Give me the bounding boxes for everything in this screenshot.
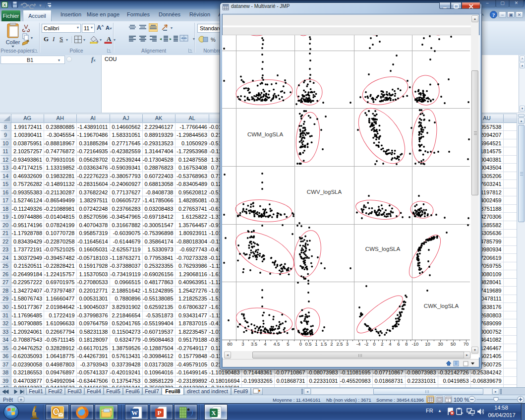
svg-text:36: 36 xyxy=(2,353,8,359)
svg-text:20: 20 xyxy=(2,222,8,228)
svg-text:29: 29 xyxy=(2,296,8,301)
svg-text:0.27717645: 0.27717645 xyxy=(112,140,140,146)
svg-text:-1.20924061: -1.20924061 xyxy=(11,329,42,335)
svg-text:0.71448361: 0.71448361 xyxy=(243,369,272,375)
svg-text:2.18851642: 2.18851642 xyxy=(112,288,140,294)
svg-text:0.32828912: 0.32828912 xyxy=(46,345,74,351)
svg-text:-0.07710867: -0.07710867 xyxy=(275,369,305,375)
svg-text:▾: ▾ xyxy=(39,3,42,8)
svg-text:0.13754753: 0.13754753 xyxy=(112,378,140,384)
svg-text:3.5: 3.5 xyxy=(251,341,257,347)
svg-text:-0.05741337: -0.05741337 xyxy=(77,369,108,375)
svg-text:1.5330973: 1.5330973 xyxy=(148,246,174,252)
svg-text:-0.34547965: -0.34547965 xyxy=(110,214,141,220)
svg-text:-0.11249326: -0.11249326 xyxy=(12,206,42,212)
svg-text:0.67806327: 0.67806327 xyxy=(178,304,207,310)
svg-text:39: 39 xyxy=(2,378,8,384)
svg-text:-0.69026156: -0.69026156 xyxy=(143,271,174,277)
svg-text:10: 10 xyxy=(2,140,8,146)
svg-text:-0.12887504: -0.12887504 xyxy=(143,345,174,351)
svg-text:4.5: 4.5 xyxy=(273,341,280,347)
svg-text:-0.24476252: -0.24476252 xyxy=(11,345,42,351)
svg-text:-2: -2 xyxy=(364,341,368,347)
svg-text:0.88919329: 0.88919329 xyxy=(144,132,173,138)
svg-text:-0.30984612: -0.30984612 xyxy=(143,353,174,359)
svg-text:0.40963951: 0.40963951 xyxy=(178,279,207,285)
svg-text:0.40704378: 0.40704378 xyxy=(79,222,108,228)
svg-text:0.44703877: 0.44703877 xyxy=(13,378,42,384)
svg-text:1.30372949: 1.30372949 xyxy=(13,255,42,261)
svg-text:-0.70887543: -0.70887543 xyxy=(11,337,42,343)
svg-text:-0.55138085: -0.55138085 xyxy=(143,296,174,301)
svg-text:1.48285081: 1.48285081 xyxy=(178,197,207,203)
svg-text:-0.93493861: -0.93493861 xyxy=(11,157,42,163)
svg-text:-0.60719537: -0.60719537 xyxy=(143,329,174,335)
svg-text:▸: ▸ xyxy=(170,37,172,41)
svg-text:-0.6039075: -0.6039075 xyxy=(113,230,141,236)
svg-text:-1.18763271: -1.18763271 xyxy=(110,255,141,261)
svg-text:▾: ▾ xyxy=(171,26,173,30)
svg-text:-1.50177367: -1.50177367 xyxy=(11,304,42,310)
svg-text:32: 32 xyxy=(2,320,8,326)
svg-text:-0.95084463: -0.95084463 xyxy=(143,337,174,343)
svg-text:0.77953841: 0.77953841 xyxy=(144,255,173,261)
svg-text:-0.07521025: -0.07521025 xyxy=(44,246,75,252)
svg-text:1.35764457: 1.35764457 xyxy=(178,222,207,228)
svg-text:8: 8 xyxy=(4,124,7,130)
svg-text:-0.29313523: -0.29313523 xyxy=(143,140,174,146)
svg-text:-0.74776872: -0.74776872 xyxy=(44,148,75,154)
svg-text:0.03208483: 0.03208483 xyxy=(144,206,173,212)
svg-text:AI: AI xyxy=(90,115,95,121)
svg-text:0.44987803: 0.44987803 xyxy=(46,361,74,367)
svg-text:-0.30051547: -0.30051547 xyxy=(143,222,174,228)
svg-text:-0.27649117: -0.27649117 xyxy=(177,345,207,351)
svg-text:CWV_logSLA: CWV_logSLA xyxy=(307,189,342,195)
svg-text:0.18128097: 0.18128097 xyxy=(79,337,108,343)
svg-text:-0.28315604: -0.28315604 xyxy=(77,181,108,187)
svg-text:-0.22870258: -0.22870258 xyxy=(44,239,75,244)
svg-text:-0.63447506: -0.63447506 xyxy=(77,378,108,384)
svg-text:-0.03363476: -0.03363476 xyxy=(77,165,108,171)
svg-text:-1.10190483: -1.10190483 xyxy=(209,369,240,375)
svg-text:AU: AU xyxy=(483,115,490,121)
svg-text:-1.29844563: -1.29844563 xyxy=(176,132,207,138)
svg-text:11: 11 xyxy=(2,148,8,154)
svg-text:0.1722419: 0.1722419 xyxy=(49,312,75,318)
svg-text:1.25427276: 1.25427276 xyxy=(178,288,207,294)
svg-text:0.21520511: 0.21520511 xyxy=(14,263,42,269)
svg-text:0.79931016: 0.79931016 xyxy=(46,157,74,163)
svg-text:37: 37 xyxy=(2,361,8,367)
svg-text:2: 2 xyxy=(381,341,383,347)
svg-text:17: 17 xyxy=(2,197,8,203)
svg-text:-0.37388037: -0.37388037 xyxy=(110,263,141,269)
svg-text:-0.6927743: -0.6927743 xyxy=(179,246,207,252)
svg-text:0.58231138: 0.58231138 xyxy=(79,329,108,335)
svg-text:X: X xyxy=(3,2,6,7)
svg-text:-0.22828421: -0.22828421 xyxy=(44,263,75,269)
svg-text:3: 3 xyxy=(346,341,349,347)
svg-text:0.16605031: 0.16605031 xyxy=(79,246,108,252)
svg-text:0: 0 xyxy=(373,341,375,347)
svg-text:2.5: 2.5 xyxy=(336,341,343,347)
svg-text:1.29068116: 1.29068116 xyxy=(179,271,207,277)
svg-text:-0.59039341: -0.59039341 xyxy=(110,165,141,171)
svg-text:1.38297511: 1.38297511 xyxy=(79,197,108,203)
svg-text:-0.21088981: -0.21088981 xyxy=(44,206,75,212)
svg-text:-0.08073983: -0.08073983 xyxy=(406,369,436,375)
svg-text:-1.17928788: -1.17928788 xyxy=(11,230,42,236)
svg-text:X: X xyxy=(211,409,216,417)
svg-text:0.31885284: 0.31885284 xyxy=(79,140,108,146)
svg-text:-0.99355383: -0.99355383 xyxy=(11,189,42,195)
svg-text:0.57613431: 0.57613431 xyxy=(112,353,140,359)
svg-text:▾: ▾ xyxy=(100,38,102,42)
svg-text:-1.09744886: -1.09744886 xyxy=(11,214,42,220)
svg-text:-0.06839679: -0.06839679 xyxy=(471,378,502,384)
svg-text:0.14660562: 0.14660562 xyxy=(112,124,140,130)
svg-text:▾: ▾ xyxy=(27,3,29,8)
svg-text:0.54992094: 0.54992094 xyxy=(46,378,74,384)
svg-text:0.69701975: 0.69701975 xyxy=(46,279,74,285)
svg-text:0.28876823: 0.28876823 xyxy=(144,165,173,171)
svg-text:-0.53768963: -0.53768963 xyxy=(176,173,207,179)
svg-text:18: 18 xyxy=(2,206,8,212)
svg-text:0.22331031: 0.22331031 xyxy=(407,378,436,384)
